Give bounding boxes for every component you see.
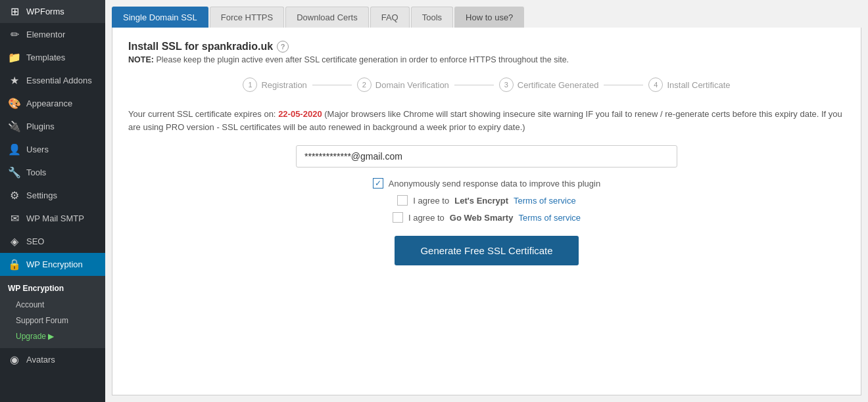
step-3: 3 Certificate Generated (499, 78, 599, 92)
sidebar-item-templates[interactable]: 📁 Templates (0, 46, 105, 69)
checkbox-go-web-smarty-row: I agree to Go Web Smarty Terms of servic… (128, 212, 845, 223)
sidebar-item-wp-encryption-label: WP Encryption (26, 259, 83, 269)
sidebar-item-wp-mail-smtp-label: WP Mail SMTP (26, 213, 84, 223)
sidebar-item-users-label: Users (26, 145, 49, 154)
tab-how-to-use[interactable]: How to use? (454, 7, 524, 28)
generate-ssl-button[interactable]: Generate Free SSL Certificate (395, 236, 579, 265)
step-4-label: Install Certificate (667, 80, 730, 90)
tab-force-https[interactable]: Force HTTPS (210, 7, 284, 28)
content-panel: Install SSL for spankradio.uk ? NOTE: Pl… (112, 28, 861, 395)
sidebar-item-templates-label: Templates (26, 53, 65, 62)
checkbox-anon-data-row: ✓ Anonymously send response data to impr… (128, 178, 845, 189)
step-2-circle: 2 (357, 78, 372, 92)
avatars-icon: ◉ (8, 353, 21, 366)
sidebar-item-elementor-label: Elementor (26, 30, 65, 39)
step-1-circle: 1 (243, 78, 257, 92)
wp-mail-smtp-icon: ✉ (8, 212, 21, 225)
note-text: Please keep the plugin active even after… (156, 55, 569, 64)
sidebar-item-wp-encryption[interactable]: 🔒 WP Encryption (0, 253, 105, 276)
tab-tools[interactable]: Tools (411, 7, 453, 28)
step-1: 1 Registration (243, 78, 306, 92)
checkbox-go-web-smarty-prefix: I agree to (408, 213, 445, 223)
checkbox-lets-encrypt-prefix: I agree to (413, 196, 449, 206)
users-icon: 👤 (8, 143, 21, 156)
steps-bar: 1 Registration 2 Domain Verification 3 C… (128, 78, 845, 92)
note-label: NOTE: (128, 55, 154, 64)
step-line-2 (454, 85, 494, 85)
wpforms-icon: ⊞ (8, 5, 21, 18)
templates-icon: 📁 (8, 51, 21, 64)
checkbox-anon-data[interactable]: ✓ (373, 178, 383, 189)
email-input-wrap (128, 145, 845, 168)
sidebar-item-appearance[interactable]: 🎨 Appearance (0, 92, 105, 115)
submenu-upgrade[interactable]: Upgrade ▶ (0, 328, 105, 344)
sidebar-item-wp-mail-smtp[interactable]: ✉ WP Mail SMTP (0, 207, 105, 230)
sidebar-item-avatars-label: Avatars (26, 355, 55, 365)
checkbox-lets-encrypt-row: I agree to Let's Encrypt Terms of servic… (128, 195, 845, 206)
note-bar: NOTE: Please keep the plugin active even… (128, 55, 845, 64)
sidebar-item-wpforms[interactable]: ⊞ WPForms (0, 0, 105, 23)
sidebar-item-plugins[interactable]: 🔌 Plugins (0, 115, 105, 138)
tools-icon: 🔧 (8, 166, 21, 179)
seo-icon: ◈ (8, 235, 21, 248)
checkbox-lets-encrypt[interactable] (397, 195, 408, 206)
sidebar-item-seo[interactable]: ◈ SEO (0, 230, 105, 253)
checkbox-lets-encrypt-link[interactable]: Terms of service (514, 196, 576, 206)
step-line-1 (312, 85, 352, 85)
tab-bar: Single Domain SSL Force HTTPS Download C… (105, 0, 868, 28)
sidebar-item-appearance-label: Appearance (26, 99, 72, 108)
tab-download-certs[interactable]: Download Certs (285, 7, 369, 28)
checkbox-lets-encrypt-bold: Let's Encrypt (454, 196, 508, 206)
step-3-label: Certificate Generated (518, 80, 599, 90)
generate-btn-wrap: Generate Free SSL Certificate (128, 236, 845, 265)
sidebar-item-seo-label: SEO (26, 236, 44, 246)
sidebar-item-settings-label: Settings (26, 190, 57, 200)
essential-addons-icon: ★ (8, 74, 21, 87)
wp-encryption-icon: 🔒 (8, 258, 21, 271)
step-4: 4 Install Certificate (648, 78, 730, 92)
checkbox-go-web-smarty[interactable] (393, 212, 403, 223)
panel-title: Install SSL for spankradio.uk ? (128, 41, 845, 53)
sidebar-item-tools[interactable]: 🔧 Tools (0, 161, 105, 184)
sidebar-item-essential-addons[interactable]: ★ Essential Addons (0, 69, 105, 92)
sidebar-item-plugins-label: Plugins (26, 122, 55, 131)
step-2: 2 Domain Verification (357, 78, 449, 92)
checkbox-go-web-smarty-link[interactable]: Terms of service (518, 213, 581, 223)
panel-title-text: Install SSL for spankradio.uk (128, 41, 273, 53)
sidebar: ⊞ WPForms ✏ Elementor 📁 Templates ★ Esse… (0, 0, 105, 402)
tab-faq[interactable]: FAQ (370, 7, 410, 28)
step-3-circle: 3 (499, 78, 514, 92)
sidebar-item-essential-addons-label: Essential Addons (26, 76, 92, 85)
settings-icon: ⚙ (8, 189, 21, 202)
sidebar-item-avatars[interactable]: ◉ Avatars (0, 348, 105, 371)
help-icon[interactable]: ? (277, 41, 289, 53)
sidebar-item-elementor[interactable]: ✏ Elementor (0, 23, 105, 46)
sidebar-item-settings[interactable]: ⚙ Settings (0, 184, 105, 207)
appearance-icon: 🎨 (8, 97, 21, 110)
submenu-support-forum[interactable]: Support Forum (0, 313, 105, 328)
tab-single-domain-ssl[interactable]: Single Domain SSL (112, 7, 208, 28)
plugins-icon: 🔌 (8, 120, 21, 133)
sidebar-item-tools-label: Tools (26, 168, 46, 177)
sidebar-item-wpforms-label: WPForms (26, 7, 64, 16)
step-1-label: Registration (261, 80, 306, 90)
step-4-circle: 4 (648, 78, 663, 92)
elementor-icon: ✏ (8, 28, 21, 41)
checkbox-go-web-smarty-bold: Go Web Smarty (450, 213, 514, 223)
expiry-date: 22-05-2020 (278, 109, 322, 119)
wp-encryption-submenu-header: WP Encryption (0, 280, 105, 297)
step-2-label: Domain Verification (375, 80, 449, 90)
step-line-3 (604, 85, 643, 85)
wp-encryption-submenu: WP Encryption Account Support Forum Upgr… (0, 276, 105, 348)
expiry-text: Your current SSL certificate expires on:… (128, 108, 845, 133)
checkbox-anon-data-label: Anonymously send response data to improv… (389, 179, 600, 189)
expiry-prefix: Your current SSL certificate expires on: (128, 109, 276, 119)
main-content: Single Domain SSL Force HTTPS Download C… (105, 0, 868, 402)
submenu-account[interactable]: Account (0, 297, 105, 313)
sidebar-item-users[interactable]: 👤 Users (0, 138, 105, 161)
email-input[interactable] (296, 145, 677, 168)
